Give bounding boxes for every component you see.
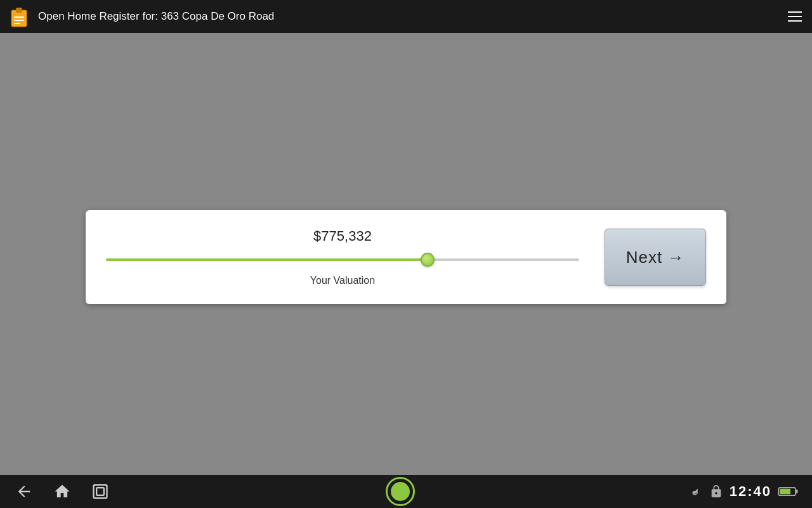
page-title: Open Home Register for: 363 Copa De Oro … (38, 10, 787, 23)
usb-icon (689, 485, 703, 498)
lock-icon (709, 485, 723, 498)
valuation-label: Your Valuation (310, 275, 375, 286)
app-icon (8, 5, 30, 28)
home-circle-button[interactable] (386, 477, 415, 506)
svg-rect-4 (14, 23, 20, 24)
svg-rect-9 (780, 489, 790, 495)
svg-rect-6 (96, 488, 104, 495)
bottom-bar: 12:40 (0, 475, 812, 508)
clock-display: 12:40 (730, 483, 771, 500)
svg-rect-8 (796, 490, 798, 493)
home-button[interactable] (51, 480, 74, 503)
home-circle-inner (391, 482, 410, 501)
nav-left (13, 480, 112, 503)
svg-rect-1 (16, 8, 22, 13)
valuation-amount: $775,332 (313, 228, 372, 244)
battery-icon (778, 485, 799, 498)
valuation-card: $775,332 Your Valuation Next → (86, 210, 726, 304)
svg-rect-2 (14, 17, 24, 18)
main-content: $775,332 Your Valuation Next → (0, 33, 812, 481)
svg-rect-3 (14, 20, 24, 21)
back-button[interactable] (13, 480, 36, 503)
status-bar: 12:40 (689, 483, 799, 500)
slider-section: $775,332 Your Valuation (106, 228, 579, 286)
next-button[interactable]: Next → (605, 229, 706, 286)
recents-button[interactable] (89, 480, 112, 503)
svg-rect-5 (94, 485, 107, 498)
menu-icon[interactable] (787, 8, 804, 25)
slider-container[interactable] (106, 253, 579, 266)
top-bar: Open Home Register for: 363 Copa De Oro … (0, 0, 812, 33)
